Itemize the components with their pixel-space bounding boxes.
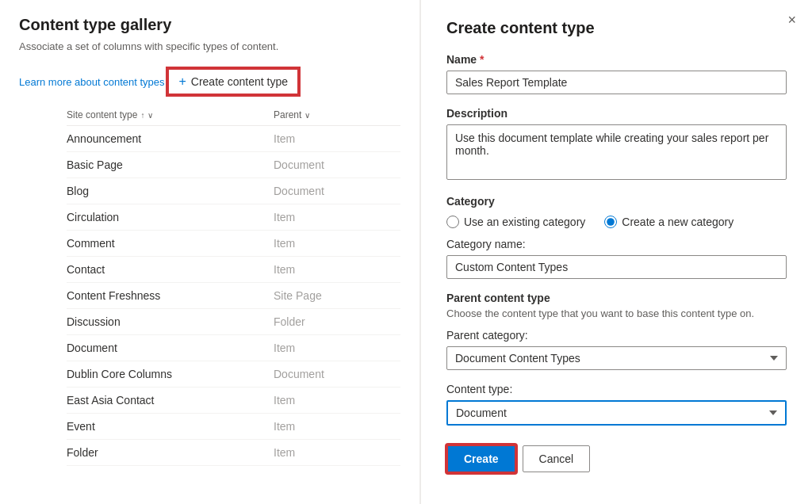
learn-more-link[interactable]: Learn more about content types bbox=[19, 76, 165, 88]
table-row[interactable]: Circulation Item bbox=[67, 204, 400, 231]
item-name: Discussion bbox=[67, 315, 274, 328]
name-input[interactable] bbox=[446, 71, 787, 94]
create-content-type-dialog: × Create content type Name * Description… bbox=[420, 0, 812, 504]
table-row[interactable]: Document Item bbox=[67, 335, 400, 361]
sort-asc-icon: ↑ bbox=[140, 111, 144, 120]
table-row[interactable]: Event Item bbox=[67, 414, 400, 440]
item-name: Contact bbox=[67, 263, 274, 276]
category-name-field: Category name: bbox=[446, 238, 787, 279]
content-type-list: Announcement Item Basic Page Document Bl… bbox=[19, 126, 400, 466]
category-label: Category bbox=[446, 195, 787, 208]
col-name-header[interactable]: Site content type ↑ ∨ bbox=[67, 109, 274, 120]
item-parent: Item bbox=[274, 394, 400, 407]
parent-category-field: Parent category: Document Content TypesL… bbox=[446, 329, 787, 370]
item-name: Announcement bbox=[67, 132, 274, 145]
dialog-actions: Create Cancel bbox=[446, 445, 787, 473]
parent-type-title: Parent content type bbox=[446, 292, 787, 304]
parent-category-label: Parent category: bbox=[446, 329, 787, 342]
item-name: Blog bbox=[67, 185, 274, 197]
dialog-title: Create content type bbox=[446, 19, 787, 37]
parent-type-desc: Choose the content type that you want to… bbox=[446, 307, 787, 319]
table-row[interactable]: Discussion Folder bbox=[67, 309, 400, 335]
table-row[interactable]: Announcement Item bbox=[67, 126, 400, 152]
item-parent: Site Page bbox=[274, 289, 400, 302]
item-parent: Document bbox=[274, 185, 400, 197]
plus-icon: + bbox=[178, 74, 186, 89]
item-name: Circulation bbox=[67, 211, 274, 223]
table-row[interactable]: East Asia Contact Item bbox=[67, 388, 400, 414]
category-name-label: Category name: bbox=[446, 238, 787, 250]
col-parent-header[interactable]: Parent ∨ bbox=[274, 109, 400, 120]
item-parent: Item bbox=[274, 237, 400, 250]
parent-sort-icon: ∨ bbox=[304, 111, 310, 120]
table-row[interactable]: Dublin Core Columns Document bbox=[67, 361, 400, 388]
item-parent: Item bbox=[274, 132, 400, 145]
table-row[interactable]: Folder Item bbox=[67, 440, 400, 466]
new-category-option[interactable]: Create a new category bbox=[604, 216, 733, 228]
name-required: * bbox=[480, 53, 484, 66]
gallery-description: Associate a set of columns with specific… bbox=[19, 40, 400, 52]
content-type-field: Content type: DocumentFormLinkPictureBas… bbox=[446, 383, 787, 426]
item-parent: Item bbox=[274, 420, 400, 433]
dialog-close-button[interactable]: × bbox=[784, 10, 799, 30]
name-label: Name * bbox=[446, 53, 787, 66]
item-name: Event bbox=[67, 420, 274, 433]
item-name: Comment bbox=[67, 237, 274, 250]
item-name: Dublin Core Columns bbox=[67, 368, 274, 380]
name-field: Name * bbox=[446, 53, 787, 94]
table-row[interactable]: Basic Page Document bbox=[67, 152, 400, 178]
table-row[interactable]: Blog Document bbox=[67, 178, 400, 204]
sort-desc-icon: ∨ bbox=[147, 111, 153, 120]
cancel-button[interactable]: Cancel bbox=[523, 445, 591, 472]
category-name-input[interactable] bbox=[446, 255, 787, 279]
parent-category-select[interactable]: Document Content TypesList Content Types… bbox=[446, 346, 787, 370]
item-parent: Document bbox=[274, 368, 400, 380]
page-title: Content type gallery bbox=[19, 16, 400, 34]
item-name: Document bbox=[67, 342, 274, 354]
parent-content-type-section: Parent content type Choose the content t… bbox=[446, 292, 787, 426]
category-radio-group: Use an existing category Create a new ca… bbox=[446, 216, 787, 228]
table-row[interactable]: Contact Item bbox=[67, 257, 400, 283]
item-parent: Item bbox=[274, 342, 400, 354]
description-textarea[interactable] bbox=[446, 124, 787, 180]
item-name: Content Freshness bbox=[67, 289, 274, 302]
create-button[interactable]: Create bbox=[446, 445, 516, 473]
create-content-type-button[interactable]: + Create content type bbox=[167, 68, 299, 95]
item-name: East Asia Contact bbox=[67, 394, 274, 407]
item-name: Basic Page bbox=[67, 158, 274, 171]
item-parent: Item bbox=[274, 446, 400, 459]
existing-category-radio[interactable] bbox=[446, 216, 459, 228]
content-type-select[interactable]: DocumentFormLinkPictureBasic Page bbox=[446, 400, 787, 426]
create-btn-label: Create content type bbox=[191, 75, 288, 88]
item-parent: Folder bbox=[274, 315, 400, 328]
table-row[interactable]: Comment Item bbox=[67, 231, 400, 257]
table-row[interactable]: Content Freshness Site Page bbox=[67, 283, 400, 309]
item-parent: Item bbox=[274, 211, 400, 223]
content-type-label: Content type: bbox=[446, 383, 787, 395]
item-parent: Item bbox=[274, 263, 400, 276]
left-panel: Content type gallery Associate a set of … bbox=[0, 0, 420, 504]
table-header: Site content type ↑ ∨ Parent ∨ bbox=[67, 105, 400, 126]
item-parent: Document bbox=[274, 158, 400, 171]
category-section: Category Use an existing category Create… bbox=[446, 195, 787, 279]
create-btn-wrapper: + Create content type bbox=[167, 68, 299, 95]
existing-category-option[interactable]: Use an existing category bbox=[446, 216, 585, 228]
item-name: Folder bbox=[67, 446, 274, 459]
description-label: Description bbox=[446, 107, 787, 120]
new-category-radio[interactable] bbox=[604, 216, 617, 228]
description-field: Description bbox=[446, 107, 787, 182]
